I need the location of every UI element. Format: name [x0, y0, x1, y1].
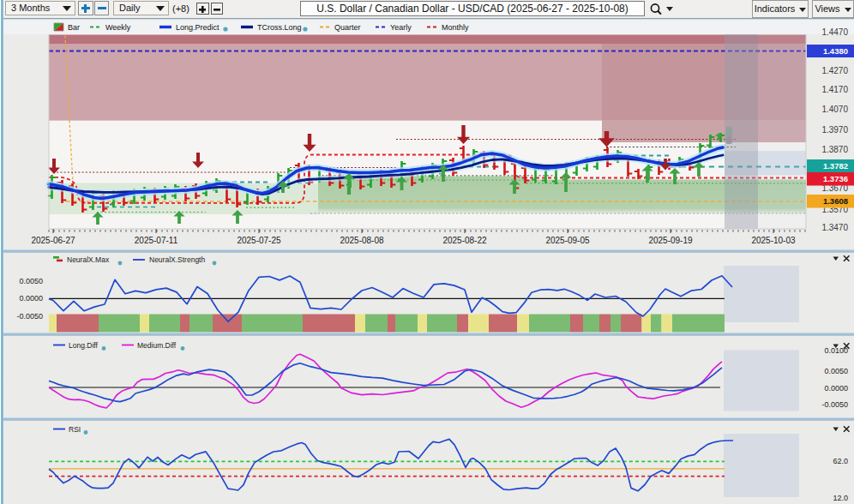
- svg-text:1.4470: 1.4470: [821, 27, 848, 37]
- svg-text:1.3870: 1.3870: [821, 145, 848, 154]
- svg-text:2025-07-11: 2025-07-11: [135, 236, 178, 245]
- svg-text:Bar: Bar: [68, 23, 80, 32]
- svg-text:62.0: 62.0: [833, 457, 848, 465]
- svg-text:2025-07-25: 2025-07-25: [237, 236, 281, 245]
- svg-text:2025-09-05: 2025-09-05: [545, 236, 590, 245]
- svg-text:0.0050: 0.0050: [19, 277, 43, 285]
- svg-text:0.0050: 0.0050: [824, 367, 848, 375]
- svg-text:NeuralX.Strength: NeuralX.Strength: [149, 255, 205, 264]
- svg-text:1.4070: 1.4070: [821, 105, 848, 114]
- svg-text:1.3470: 1.3470: [821, 223, 848, 232]
- svg-text:Quarter: Quarter: [334, 23, 361, 32]
- svg-text:Weekly: Weekly: [105, 23, 131, 32]
- svg-text:TCross.Long: TCross.Long: [257, 23, 302, 32]
- svg-text:2025-08-08: 2025-08-08: [340, 236, 384, 245]
- svg-text:Long.Diff: Long.Diff: [69, 341, 99, 350]
- svg-text:2025-08-22: 2025-08-22: [442, 236, 487, 245]
- svg-text:0.0000: 0.0000: [19, 294, 43, 303]
- svg-text:1.3970: 1.3970: [821, 125, 848, 135]
- svg-text:0.0000: 0.0000: [824, 384, 848, 393]
- svg-text:1.4270: 1.4270: [821, 66, 848, 75]
- svg-text:1.4170: 1.4170: [821, 85, 848, 94]
- svg-text:1.3736: 1.3736: [823, 174, 848, 183]
- svg-text:2025-09-19: 2025-09-19: [648, 236, 693, 245]
- svg-text:Long.Predict: Long.Predict: [176, 23, 220, 32]
- svg-text:RSI: RSI: [69, 425, 81, 434]
- svg-text:1.3608: 1.3608: [823, 196, 848, 206]
- svg-text:12.0: 12.0: [833, 494, 848, 502]
- svg-text:1.4380: 1.4380: [823, 46, 848, 56]
- svg-text:NeuralX.Max: NeuralX.Max: [67, 255, 110, 264]
- svg-text:-0.0050: -0.0050: [16, 312, 43, 321]
- svg-text:Medium.Diff: Medium.Diff: [137, 341, 177, 350]
- svg-text:1.3782: 1.3782: [823, 161, 848, 171]
- svg-text:-0.0050: -0.0050: [821, 400, 848, 409]
- svg-text:0.0100: 0.0100: [824, 346, 848, 355]
- svg-text:2025-06-27: 2025-06-27: [31, 236, 75, 245]
- svg-text:2025-10-03: 2025-10-03: [751, 236, 796, 245]
- svg-text:Monthly: Monthly: [442, 23, 469, 32]
- svg-text:Yearly: Yearly: [390, 23, 412, 32]
